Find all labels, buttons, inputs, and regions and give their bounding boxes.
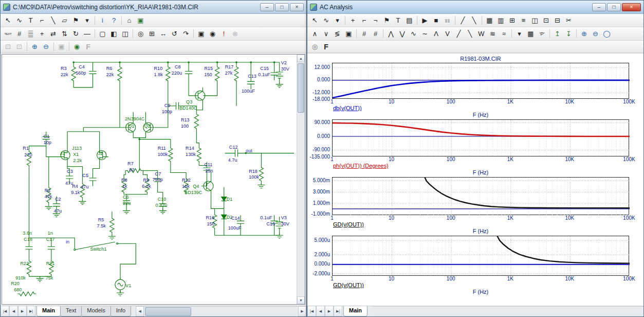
component-label[interactable]: R16 xyxy=(206,215,214,220)
component-label[interactable]: 30V xyxy=(281,66,289,72)
component-label[interactable]: C17 xyxy=(46,237,55,242)
text-tool-icon[interactable]: T xyxy=(393,15,403,26)
component-label[interactable]: C12 xyxy=(229,145,238,150)
dot-symbol[interactable] xyxy=(119,61,121,63)
prev-plot-button[interactable]: ◀ xyxy=(316,306,325,316)
go-left-cursor-icon[interactable]: # xyxy=(359,29,370,39)
text-tool-icon[interactable]: T xyxy=(25,15,36,26)
stop-icon[interactable]: ■ xyxy=(431,15,441,26)
last-plot-button[interactable]: ▶| xyxy=(334,306,342,316)
component-label[interactable]: 680 xyxy=(14,287,22,292)
vertical-scrollbar[interactable]: ▲ ▼ xyxy=(297,55,305,304)
diagonal-wire-tool-icon[interactable]: ╲ xyxy=(48,15,59,26)
mode-dropdown-icon[interactable]: ▾ xyxy=(332,15,343,26)
dot-symbol[interactable] xyxy=(139,138,141,140)
component-label[interactable]: BD140C xyxy=(179,105,197,111)
component-label[interactable]: C14 xyxy=(231,216,240,221)
redraw-icon[interactable]: ◎ xyxy=(309,42,320,52)
zoom-out-icon[interactable]: ⊖ xyxy=(590,29,601,39)
rv-symbol[interactable] xyxy=(215,65,219,83)
component-label[interactable]: 100p xyxy=(162,109,172,114)
scroll-up-button[interactable]: ▲ xyxy=(297,55,305,62)
trace-db(v(OUT))[interactable] xyxy=(333,80,630,98)
component-label[interactable]: R1 xyxy=(23,146,29,151)
dot-symbol[interactable] xyxy=(250,61,252,63)
component-label[interactable]: R11 xyxy=(158,146,166,151)
component-label[interactable]: 1n xyxy=(48,231,53,236)
zoom-select-icon[interactable]: ⊞ xyxy=(146,29,157,39)
dot-symbol[interactable] xyxy=(72,61,75,63)
component-label[interactable]: R21 xyxy=(46,261,55,266)
component-label[interactable]: R14 xyxy=(186,146,194,151)
component-label[interactable]: 130k xyxy=(186,152,196,157)
component-label[interactable]: C11 xyxy=(204,162,212,167)
component-label[interactable]: 6.2k xyxy=(142,184,151,189)
component-label[interactable]: Q3 xyxy=(186,99,192,104)
zoom-in-icon[interactable]: ⊕ xyxy=(29,42,40,52)
component-label[interactable]: 9.1k xyxy=(71,190,80,195)
align-down-icon[interactable]: ↧ xyxy=(563,29,574,39)
zoom-box-icon[interactable]: ◯ xyxy=(601,29,612,39)
pages-icon[interactable]: ⊡ xyxy=(541,15,551,26)
redo-icon[interactable]: ↷ xyxy=(180,29,191,39)
cv-symbol[interactable] xyxy=(25,242,32,254)
dot-symbol[interactable] xyxy=(235,61,237,63)
grid-panels-icon[interactable]: ◫ xyxy=(529,15,540,26)
gnd-symbol[interactable] xyxy=(79,199,86,204)
trace-expression[interactable]: ph(v(OUT)) (Degrees) xyxy=(333,163,643,169)
component-label[interactable]: R4 xyxy=(72,184,78,189)
component-label[interactable]: 27k xyxy=(225,71,233,76)
component-tool-icon[interactable]: ∿ xyxy=(14,15,25,26)
component-label[interactable]: 25n xyxy=(205,168,213,173)
waveform-list-icon[interactable]: ▾ xyxy=(514,29,525,39)
component-label[interactable]: 2.2k xyxy=(73,158,82,163)
component-label[interactable]: R22 xyxy=(20,261,29,266)
component-label[interactable]: 2N3904C xyxy=(125,116,145,121)
gnd-symbol[interactable] xyxy=(45,204,52,209)
component-label[interactable]: R13 xyxy=(181,117,190,122)
first-sheet-button[interactable]: |◀ xyxy=(1,306,9,316)
go-right-cursor-icon[interactable]: # xyxy=(370,29,381,39)
overlay-waves-icon[interactable]: ≋ xyxy=(487,29,498,39)
rv-symbol[interactable] xyxy=(259,166,263,183)
p-key-icon[interactable]: 'P' xyxy=(537,29,547,39)
component-label[interactable]: R9 xyxy=(143,178,149,183)
grid-pattern-icon[interactable]: ▒ xyxy=(25,29,36,39)
component-label[interactable]: V1 xyxy=(125,283,131,288)
peak-cursor-icon[interactable]: ∧ xyxy=(309,29,320,39)
component-label[interactable]: C2 xyxy=(55,197,61,202)
component-label[interactable]: 0.1uF xyxy=(260,215,272,220)
scroll-down-button[interactable]: ▼ xyxy=(297,296,305,304)
next-plot-button[interactable]: ▶ xyxy=(325,306,334,316)
cut-icon[interactable]: ✂ xyxy=(563,15,574,26)
rv-symbol[interactable] xyxy=(71,65,76,83)
component-label[interactable]: 270 xyxy=(24,152,32,157)
component-label[interactable]: J1 xyxy=(60,151,65,156)
component-label[interactable]: 16k xyxy=(182,184,190,189)
select-mode-icon[interactable]: ↖ xyxy=(309,15,320,26)
component-label[interactable]: 910k xyxy=(15,275,26,280)
zoom-in-icon[interactable]: ⊕ xyxy=(579,29,590,39)
component-label[interactable]: 3.6n xyxy=(23,231,32,236)
component-label[interactable]: in xyxy=(66,239,69,244)
global-settings-icon[interactable]: ▣ xyxy=(343,29,354,39)
component-label[interactable]: 7.5k xyxy=(97,223,106,228)
component-label[interactable]: C13 xyxy=(248,74,256,79)
pin-numbers-icon[interactable]: # xyxy=(14,29,25,39)
component-label[interactable]: 82 xyxy=(129,167,134,172)
component-label[interactable]: out xyxy=(246,148,252,153)
slope-up-icon[interactable]: ╱ xyxy=(453,29,464,39)
cursor-mode-icon[interactable]: + xyxy=(347,15,358,26)
component-label[interactable]: C9 xyxy=(164,103,171,108)
rise-edge-icon[interactable]: ∿ xyxy=(408,29,419,39)
component-label[interactable]: 100 xyxy=(181,124,189,129)
cv-symbol[interactable] xyxy=(48,242,55,254)
zoom-out-icon[interactable]: ⊖ xyxy=(41,42,51,52)
measure-vertical-icon[interactable]: ¬ xyxy=(370,15,381,26)
component-label[interactable]: C6 xyxy=(123,195,129,200)
dot-symbol[interactable] xyxy=(167,61,169,63)
component-label[interactable]: C15 xyxy=(260,66,269,71)
run-icon[interactable]: ▶ xyxy=(419,15,430,26)
rv-symbol[interactable] xyxy=(118,65,122,83)
cv-symbol[interactable] xyxy=(89,66,96,79)
